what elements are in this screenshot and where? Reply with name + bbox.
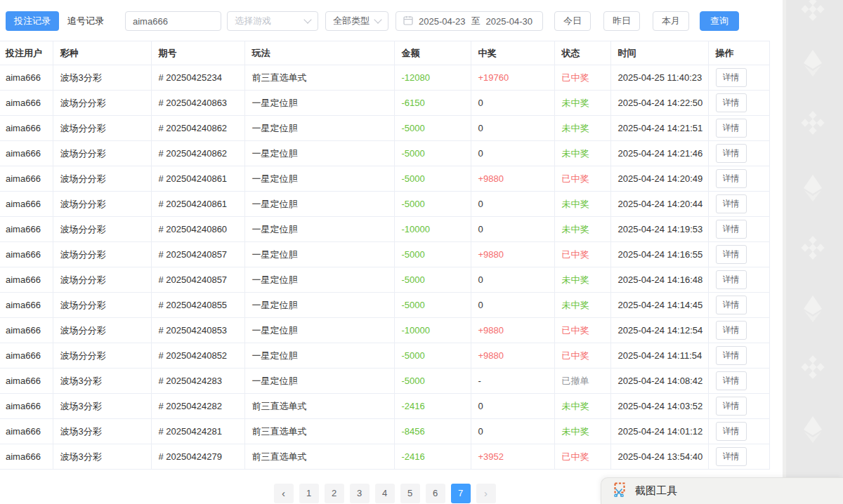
page-button-4[interactable]: 4 xyxy=(375,484,395,503)
ethereum-icon xyxy=(802,174,823,205)
cell-time: 2025-04-24 14:16:48 xyxy=(610,267,708,293)
detail-button[interactable]: 详情 xyxy=(716,270,747,289)
cell-lottery: 波场3分彩 xyxy=(53,369,151,394)
detail-button[interactable]: 详情 xyxy=(716,296,747,314)
binance-icon xyxy=(801,111,825,138)
cell-win: 0 xyxy=(471,217,554,242)
cell-win: +3952 xyxy=(471,444,554,470)
detail-button[interactable]: 详情 xyxy=(716,93,747,112)
cell-amount: -2416 xyxy=(394,444,471,470)
cell-play: 一星定位胆 xyxy=(244,166,394,192)
cell-amount: -12080 xyxy=(394,65,471,91)
page-button-7[interactable]: 7 xyxy=(451,484,471,503)
game-select-placeholder: 选择游戏 xyxy=(235,15,271,27)
date-range-picker[interactable]: 2025-04-23 至 2025-04-30 xyxy=(396,11,543,31)
cell-lottery: 波场分分彩 xyxy=(53,192,151,217)
cell-time: 2025-04-24 14:19:53 xyxy=(610,217,708,242)
tab-bet-records[interactable]: 投注记录 xyxy=(6,11,59,31)
detail-button[interactable]: 详情 xyxy=(716,371,747,390)
cell-lottery: 波场3分彩 xyxy=(53,65,151,91)
cell-action: 详情 xyxy=(708,91,769,116)
cell-win: 0 xyxy=(471,116,554,141)
page-button-2[interactable]: 2 xyxy=(325,484,344,503)
yesterday-button[interactable]: 昨日 xyxy=(603,11,640,31)
today-button[interactable]: 今日 xyxy=(554,11,591,31)
page-button-6[interactable]: 6 xyxy=(426,484,445,503)
cell-user: aima666 xyxy=(0,192,53,217)
cell-status: 已中奖 xyxy=(554,318,610,343)
chevron-down-icon xyxy=(374,15,381,23)
cell-action: 详情 xyxy=(708,65,769,91)
username-input[interactable] xyxy=(125,11,221,31)
cell-play: 前三直选单式 xyxy=(244,394,394,419)
cell-time: 2025-04-24 14:21:46 xyxy=(610,141,708,166)
cell-amount: -6150 xyxy=(394,91,471,116)
cell-action: 详情 xyxy=(708,343,769,369)
detail-button[interactable]: 详情 xyxy=(716,194,747,213)
cell-win: 0 xyxy=(471,267,554,293)
cell-status: 未中奖 xyxy=(554,267,610,293)
cell-lottery: 波场分分彩 xyxy=(53,318,151,343)
cell-status: 未中奖 xyxy=(554,91,610,116)
page-next-button[interactable]: › xyxy=(476,484,496,503)
table-row: aima666波场3分彩# 20250424281前三直选单式-84560未中奖… xyxy=(0,419,769,444)
table-row: aima666波场分分彩# 202504240862一星定位胆-50000未中奖… xyxy=(0,141,769,166)
detail-button[interactable]: 详情 xyxy=(716,397,747,416)
cell-win: - xyxy=(471,369,554,394)
page-prev-button[interactable]: ‹ xyxy=(274,484,294,503)
cell-status: 未中奖 xyxy=(554,141,610,166)
column-header-7: 时间 xyxy=(610,41,708,65)
cell-period: # 202504240863 xyxy=(151,91,244,116)
records-table: 投注用户彩种期号玩法金额中奖状态时间操作 aima666波场3分彩# 20250… xyxy=(0,41,770,470)
detail-button[interactable]: 详情 xyxy=(716,119,747,138)
detail-button[interactable]: 详情 xyxy=(716,144,747,163)
detail-button[interactable]: 详情 xyxy=(716,220,747,239)
cell-user: aima666 xyxy=(0,419,53,444)
page-button-3[interactable]: 3 xyxy=(350,484,370,503)
snip-tool-panel[interactable]: 截图工具 xyxy=(601,477,843,504)
type-select[interactable]: 全部类型 xyxy=(325,11,388,31)
cell-action: 详情 xyxy=(708,318,769,343)
cell-action: 详情 xyxy=(708,242,769,267)
detail-button[interactable]: 详情 xyxy=(716,447,747,466)
cell-play: 一星定位胆 xyxy=(244,242,394,267)
detail-button[interactable]: 详情 xyxy=(716,169,747,188)
ethereum-icon xyxy=(802,416,823,446)
cell-amount: -5000 xyxy=(394,116,471,141)
detail-button[interactable]: 详情 xyxy=(716,346,747,365)
date-separator: 至 xyxy=(471,15,481,27)
cell-user: aima666 xyxy=(0,141,53,166)
page-button-5[interactable]: 5 xyxy=(400,484,420,503)
cell-action: 详情 xyxy=(708,267,769,293)
this-month-button[interactable]: 本月 xyxy=(653,11,689,31)
cell-amount: -10000 xyxy=(394,217,471,242)
cell-time: 2025-04-24 14:22:50 xyxy=(610,91,708,116)
game-select[interactable]: 选择游戏 xyxy=(227,11,318,31)
cell-period: # 202504240853 xyxy=(151,318,244,343)
cell-amount: -5000 xyxy=(394,242,471,267)
detail-button[interactable]: 详情 xyxy=(716,321,747,340)
column-header-0: 投注用户 xyxy=(0,41,53,65)
page-button-1[interactable]: 1 xyxy=(299,484,319,503)
table-row: aima666波场3分彩# 20250424279前三直选单式-2416+395… xyxy=(0,444,769,470)
ethereum-icon xyxy=(802,49,823,80)
cell-user: aima666 xyxy=(0,293,53,318)
cell-play: 一星定位胆 xyxy=(244,343,394,369)
chevron-down-icon xyxy=(303,15,311,23)
detail-button[interactable]: 详情 xyxy=(716,68,747,87)
column-header-1: 彩种 xyxy=(53,41,151,65)
cell-win: +9880 xyxy=(471,242,554,267)
detail-button[interactable]: 详情 xyxy=(716,245,747,264)
cell-period: # 202504240852 xyxy=(151,343,244,369)
cell-lottery: 波场3分彩 xyxy=(53,419,151,444)
cell-user: aima666 xyxy=(0,444,53,470)
cell-user: aima666 xyxy=(0,394,53,419)
table-row: aima666波场分分彩# 202504240862一星定位胆-50000未中奖… xyxy=(0,116,769,141)
cell-user: aima666 xyxy=(0,91,53,116)
query-button[interactable]: 查询 xyxy=(700,11,739,31)
tab-chase-records[interactable]: 追号记录 xyxy=(59,11,112,31)
cell-status: 未中奖 xyxy=(554,293,610,318)
cell-amount: -5000 xyxy=(394,293,471,318)
detail-button[interactable]: 详情 xyxy=(716,422,747,441)
table-row: aima666波场分分彩# 202504240853一星定位胆-10000+98… xyxy=(0,318,769,343)
